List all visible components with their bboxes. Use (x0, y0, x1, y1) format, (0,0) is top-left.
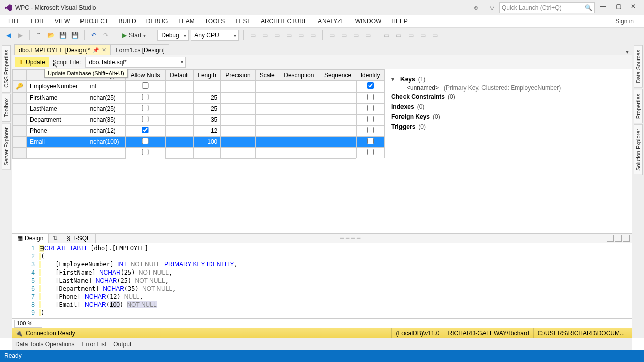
menu-edit[interactable]: EDIT (26, 17, 49, 26)
table-row[interactable]: FirstNamenchar(25)25 (13, 92, 385, 103)
start-button[interactable]: ▶ Start ▾ (119, 32, 149, 39)
design-tab[interactable]: ▦Design (12, 234, 49, 243)
nav-back-button[interactable]: ◀ (3, 30, 13, 40)
new-row[interactable] (13, 147, 385, 158)
nav-forward-button[interactable]: ▶ (15, 30, 25, 40)
identity-checkbox[interactable] (360, 116, 381, 122)
new-project-button[interactable]: 🗋 (34, 30, 44, 40)
toolbar-btn-2[interactable]: ▭ (260, 30, 270, 40)
css-properties-tab[interactable]: CSS Properties (2, 45, 11, 93)
toolbar-btn-5[interactable]: ▭ (296, 30, 306, 40)
sql-editor[interactable]: 123456789 ⊟CREATE TABLE [dbo].[EMPLOYEE]… (12, 243, 632, 319)
menu-architecture[interactable]: ARCHITECTURE (256, 17, 313, 26)
identity-checkbox[interactable] (360, 127, 381, 133)
data-sources-tab[interactable]: Data Sources (634, 45, 643, 88)
toolbar-btn-6[interactable]: ▭ (308, 30, 318, 40)
col-header[interactable]: Scale (255, 70, 279, 81)
minimize-button[interactable]: ― (597, 3, 610, 13)
maximize-button[interactable]: ▢ (612, 3, 625, 13)
open-file-button[interactable]: 📂 (46, 30, 56, 40)
menu-analyze[interactable]: ANALYZE (313, 17, 350, 26)
toolbox-tab[interactable]: Toolbox (2, 94, 11, 122)
notifications-icon[interactable]: ▽ (486, 2, 497, 13)
menu-test[interactable]: TEST (230, 17, 256, 26)
properties-tab[interactable]: Properties (634, 89, 643, 123)
toolbar-btn-11[interactable]: ▭ (381, 30, 391, 40)
col-header[interactable]: Identity (356, 70, 385, 81)
menu-build[interactable]: BUILD (113, 17, 141, 26)
toolbar-btn-8[interactable]: ▭ (339, 30, 349, 40)
toolbar-btn-9[interactable]: ▭ (351, 30, 361, 40)
allow-nulls-checkbox[interactable] (129, 94, 162, 100)
primary-key-detail[interactable]: <unnamed> (Primary Key, Clustered: Emplo… (391, 84, 626, 92)
save-all-button[interactable]: 💾 (70, 30, 80, 40)
menu-help[interactable]: HELP (386, 17, 412, 26)
tab-form1-design[interactable]: Form1.cs [Design] (111, 44, 169, 55)
error-list-tab[interactable]: Error List (82, 341, 107, 348)
splitter-grip[interactable]: ━━━━ (96, 235, 607, 242)
platform-select[interactable]: Any CPU (191, 30, 239, 41)
config-select[interactable]: Debug (157, 30, 189, 41)
menu-view[interactable]: VIEW (50, 17, 75, 26)
toolbar-btn-15[interactable]: ▭ (430, 30, 440, 40)
solution-explorer-tab[interactable]: Solution Explorer (634, 124, 643, 175)
col-header[interactable]: Description (279, 70, 319, 81)
undo-button[interactable]: ↶ (89, 30, 99, 40)
tab-overflow-icon[interactable]: ▾ (626, 48, 629, 55)
collapse-icon[interactable]: ▾ (391, 76, 397, 83)
zoom-select[interactable]: 100 % (14, 320, 42, 328)
identity-checkbox[interactable] (360, 82, 381, 89)
redo-button[interactable]: ↷ (101, 30, 111, 40)
toolbar-btn-10[interactable]: ▭ (363, 30, 373, 40)
toolbar-btn-3[interactable]: ▭ (272, 30, 282, 40)
sql-code[interactable]: ⊟CREATE TABLE [dbo].[EMPLOYEE] ( [Employ… (37, 243, 632, 318)
allow-nulls-checkbox[interactable] (129, 105, 162, 111)
toolbar-btn-12[interactable]: ▭ (393, 30, 404, 40)
table-row[interactable]: Phonenchar(12)12 (13, 125, 385, 136)
swap-panes-button[interactable]: ⇅ (49, 235, 62, 242)
output-tab[interactable]: Output (113, 341, 131, 348)
col-header[interactable] (13, 70, 27, 81)
identity-checkbox[interactable] (360, 105, 381, 111)
tab-employee-design[interactable]: dbo.EMPLOYEE [Design]* 📌 ✕ (14, 44, 111, 55)
update-button[interactable]: ⬆ Update (15, 57, 49, 67)
col-header[interactable]: Precision (221, 70, 255, 81)
table-row[interactable]: Emailnchar(100)100 (13, 136, 385, 147)
script-file-select[interactable]: dbo.Table.sql* (85, 57, 186, 68)
toolbar-btn-4[interactable]: ▭ (284, 30, 294, 40)
menu-file[interactable]: FILE (3, 17, 26, 26)
server-explorer-tab[interactable]: Server Explorer (2, 123, 11, 170)
toolbar-btn-1[interactable]: ▭ (248, 30, 258, 40)
toolbar-btn-14[interactable]: ▭ (418, 30, 428, 40)
menu-debug[interactable]: DEBUG (141, 17, 173, 26)
allow-nulls-checkbox[interactable] (129, 82, 162, 89)
allow-nulls-checkbox[interactable] (129, 127, 162, 133)
columns-grid[interactable]: NameData TypeAllow NullsDefaultLengthPre… (12, 69, 385, 159)
sign-in-link[interactable]: Sign in (615, 18, 634, 25)
allow-nulls-checkbox[interactable] (129, 138, 162, 144)
identity-checkbox[interactable] (360, 94, 381, 100)
col-header[interactable]: Allow Nulls (126, 70, 166, 81)
identity-checkbox[interactable] (360, 138, 381, 144)
table-row[interactable]: 🔑EmployeeNumberint (13, 81, 385, 93)
data-tools-tab[interactable]: Data Tools Operations (15, 341, 75, 348)
table-row[interactable]: Departmentnchar(35)35 (13, 114, 385, 125)
toolbar-btn-13[interactable]: ▭ (406, 30, 416, 40)
close-tab-icon[interactable]: ✕ (102, 47, 106, 53)
col-header[interactable]: Sequence (319, 70, 356, 81)
menu-project[interactable]: PROJECT (75, 17, 113, 26)
split-bar[interactable]: ▦Design ⇅ §T-SQL ━━━━ (12, 233, 632, 243)
table-row[interactable]: LastNamenchar(25)25 (13, 103, 385, 114)
pane-layout-3[interactable] (623, 235, 630, 242)
save-button[interactable]: 💾 (58, 30, 68, 40)
tsql-tab[interactable]: §T-SQL (62, 234, 95, 243)
col-header[interactable]: Length (193, 70, 220, 81)
allow-nulls-checkbox[interactable] (129, 116, 162, 122)
pane-layout-2[interactable] (615, 235, 622, 242)
close-button[interactable]: ✕ (627, 3, 640, 13)
menu-team[interactable]: TEAM (173, 17, 199, 26)
quick-launch-input[interactable]: Quick Launch (Ctrl+Q) 🔍 (499, 2, 595, 13)
menu-tools[interactable]: TOOLS (200, 17, 230, 26)
feedback-icon[interactable]: ☺ (471, 2, 482, 13)
pin-icon[interactable]: 📌 (93, 47, 99, 53)
